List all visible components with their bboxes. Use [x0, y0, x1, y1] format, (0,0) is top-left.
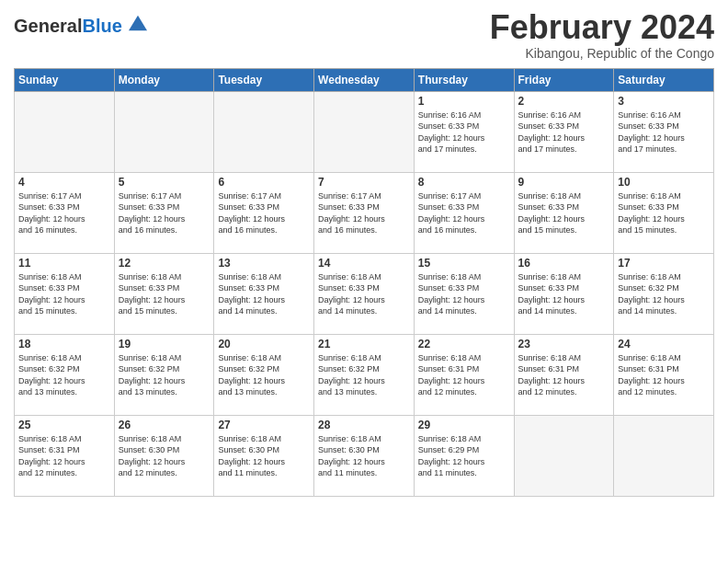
day-info: Sunrise: 6:16 AM Sunset: 6:33 PM Dayligh… — [418, 109, 510, 155]
day-info: Sunrise: 6:18 AM Sunset: 6:33 PM Dayligh… — [518, 271, 610, 317]
day-info: Sunrise: 6:17 AM Sunset: 6:33 PM Dayligh… — [119, 190, 210, 236]
calendar-cell: 21Sunrise: 6:18 AM Sunset: 6:32 PM Dayli… — [314, 334, 415, 415]
day-info: Sunrise: 6:18 AM Sunset: 6:30 PM Dayligh… — [218, 433, 310, 479]
day-info: Sunrise: 6:17 AM Sunset: 6:33 PM Dayligh… — [418, 190, 510, 236]
calendar-cell: 26Sunrise: 6:18 AM Sunset: 6:30 PM Dayli… — [114, 415, 214, 496]
day-number: 17 — [618, 257, 710, 270]
day-number: 24 — [618, 338, 710, 350]
day-header-thursday: Thursday — [414, 68, 514, 91]
calendar-cell: 25Sunrise: 6:18 AM Sunset: 6:31 PM Dayli… — [15, 415, 115, 496]
calendar-cell: 10Sunrise: 6:18 AM Sunset: 6:33 PM Dayli… — [614, 172, 714, 253]
day-number: 11 — [18, 257, 110, 270]
day-info: Sunrise: 6:18 AM Sunset: 6:32 PM Dayligh… — [119, 352, 210, 398]
calendar-cell: 5Sunrise: 6:17 AM Sunset: 6:33 PM Daylig… — [114, 172, 214, 253]
calendar-cell: 12Sunrise: 6:18 AM Sunset: 6:33 PM Dayli… — [114, 253, 214, 334]
day-number: 19 — [119, 338, 210, 350]
calendar-cell — [114, 91, 214, 172]
day-info: Sunrise: 6:18 AM Sunset: 6:32 PM Dayligh… — [318, 352, 410, 398]
day-number: 8 — [418, 176, 510, 189]
day-info: Sunrise: 6:18 AM Sunset: 6:33 PM Dayligh… — [518, 190, 610, 236]
day-header-tuesday: Tuesday — [214, 68, 314, 91]
calendar-cell: 22Sunrise: 6:18 AM Sunset: 6:31 PM Dayli… — [414, 334, 514, 415]
logo-general-text: General — [14, 16, 82, 36]
calendar-cell: 18Sunrise: 6:18 AM Sunset: 6:32 PM Dayli… — [15, 334, 115, 415]
calendar-cell — [514, 415, 614, 496]
calendar-cell — [214, 91, 314, 172]
calendar-cell: 19Sunrise: 6:18 AM Sunset: 6:32 PM Dayli… — [114, 334, 214, 415]
calendar-cell — [314, 91, 415, 172]
calendar-cell: 17Sunrise: 6:18 AM Sunset: 6:32 PM Dayli… — [614, 253, 714, 334]
day-info: Sunrise: 6:18 AM Sunset: 6:31 PM Dayligh… — [518, 352, 610, 398]
day-number: 1 — [418, 95, 510, 108]
week-row-1: 1Sunrise: 6:16 AM Sunset: 6:33 PM Daylig… — [15, 91, 714, 172]
day-info: Sunrise: 6:18 AM Sunset: 6:31 PM Dayligh… — [418, 352, 510, 398]
day-info: Sunrise: 6:18 AM Sunset: 6:30 PM Dayligh… — [318, 433, 410, 479]
day-info: Sunrise: 6:18 AM Sunset: 6:33 PM Dayligh… — [119, 271, 210, 317]
calendar-cell: 13Sunrise: 6:18 AM Sunset: 6:33 PM Dayli… — [214, 253, 314, 334]
day-info: Sunrise: 6:18 AM Sunset: 6:33 PM Dayligh… — [318, 271, 410, 317]
logo-blue-text: Blue — [82, 16, 121, 36]
day-number: 22 — [418, 338, 510, 350]
day-number: 3 — [618, 95, 710, 108]
day-header-saturday: Saturday — [614, 68, 714, 91]
calendar-cell: 23Sunrise: 6:18 AM Sunset: 6:31 PM Dayli… — [514, 334, 614, 415]
day-number: 21 — [318, 338, 410, 350]
calendar-cell: 6Sunrise: 6:17 AM Sunset: 6:33 PM Daylig… — [214, 172, 314, 253]
day-number: 23 — [518, 338, 610, 350]
day-number: 26 — [119, 419, 210, 431]
calendar-table: SundayMondayTuesdayWednesdayThursdayFrid… — [14, 68, 714, 497]
day-number: 28 — [318, 419, 410, 431]
day-header-sunday: Sunday — [15, 68, 115, 91]
day-info: Sunrise: 6:16 AM Sunset: 6:33 PM Dayligh… — [618, 109, 710, 155]
day-info: Sunrise: 6:18 AM Sunset: 6:31 PM Dayligh… — [18, 433, 110, 479]
logo: GeneralBlue — [14, 14, 147, 36]
calendar-cell: 27Sunrise: 6:18 AM Sunset: 6:30 PM Dayli… — [214, 415, 314, 496]
day-info: Sunrise: 6:18 AM Sunset: 6:32 PM Dayligh… — [18, 352, 110, 398]
day-number: 6 — [218, 176, 310, 189]
calendar-cell: 16Sunrise: 6:18 AM Sunset: 6:33 PM Dayli… — [514, 253, 614, 334]
calendar-cell: 20Sunrise: 6:18 AM Sunset: 6:32 PM Dayli… — [214, 334, 314, 415]
day-number: 4 — [18, 176, 110, 189]
calendar-cell: 4Sunrise: 6:17 AM Sunset: 6:33 PM Daylig… — [15, 172, 115, 253]
day-number: 10 — [618, 176, 710, 189]
days-header-row: SundayMondayTuesdayWednesdayThursdayFrid… — [15, 68, 714, 91]
day-info: Sunrise: 6:17 AM Sunset: 6:33 PM Dayligh… — [318, 190, 410, 236]
day-info: Sunrise: 6:17 AM Sunset: 6:33 PM Dayligh… — [218, 190, 310, 236]
title-block: February 2024 Kibangou, Republic of the … — [490, 9, 714, 61]
calendar-cell: 1Sunrise: 6:16 AM Sunset: 6:33 PM Daylig… — [414, 91, 514, 172]
day-header-monday: Monday — [114, 68, 214, 91]
day-number: 20 — [218, 338, 310, 350]
day-info: Sunrise: 6:18 AM Sunset: 6:33 PM Dayligh… — [18, 271, 110, 317]
day-info: Sunrise: 6:18 AM Sunset: 6:30 PM Dayligh… — [119, 433, 210, 479]
day-info: Sunrise: 6:17 AM Sunset: 6:33 PM Dayligh… — [18, 190, 110, 236]
day-number: 13 — [218, 257, 310, 270]
day-number: 14 — [318, 257, 410, 270]
day-header-friday: Friday — [514, 68, 614, 91]
day-number: 16 — [518, 257, 610, 270]
day-info: Sunrise: 6:18 AM Sunset: 6:29 PM Dayligh… — [418, 433, 510, 479]
day-number: 29 — [418, 419, 510, 431]
day-header-wednesday: Wednesday — [314, 68, 415, 91]
day-number: 15 — [418, 257, 510, 270]
calendar-cell: 8Sunrise: 6:17 AM Sunset: 6:33 PM Daylig… — [414, 172, 514, 253]
day-info: Sunrise: 6:18 AM Sunset: 6:31 PM Dayligh… — [618, 352, 710, 398]
week-row-2: 4Sunrise: 6:17 AM Sunset: 6:33 PM Daylig… — [15, 172, 714, 253]
day-info: Sunrise: 6:18 AM Sunset: 6:32 PM Dayligh… — [618, 271, 710, 317]
day-number: 12 — [119, 257, 210, 270]
logo-icon — [129, 14, 147, 32]
day-info: Sunrise: 6:18 AM Sunset: 6:33 PM Dayligh… — [418, 271, 510, 317]
location-subtitle: Kibangou, Republic of the Congo — [490, 46, 714, 61]
calendar-cell: 15Sunrise: 6:18 AM Sunset: 6:33 PM Dayli… — [414, 253, 514, 334]
calendar-cell: 3Sunrise: 6:16 AM Sunset: 6:33 PM Daylig… — [614, 91, 714, 172]
day-info: Sunrise: 6:18 AM Sunset: 6:33 PM Dayligh… — [618, 190, 710, 236]
day-number: 7 — [318, 176, 410, 189]
calendar-cell: 29Sunrise: 6:18 AM Sunset: 6:29 PM Dayli… — [414, 415, 514, 496]
calendar-cell: 14Sunrise: 6:18 AM Sunset: 6:33 PM Dayli… — [314, 253, 415, 334]
day-info: Sunrise: 6:16 AM Sunset: 6:33 PM Dayligh… — [518, 109, 610, 155]
calendar-cell — [15, 91, 115, 172]
page-header: GeneralBlue February 2024 Kibangou, Repu… — [14, 9, 714, 61]
day-number: 27 — [218, 419, 310, 431]
calendar-cell: 11Sunrise: 6:18 AM Sunset: 6:33 PM Dayli… — [15, 253, 115, 334]
day-number: 9 — [518, 176, 610, 189]
calendar-cell: 2Sunrise: 6:16 AM Sunset: 6:33 PM Daylig… — [514, 91, 614, 172]
